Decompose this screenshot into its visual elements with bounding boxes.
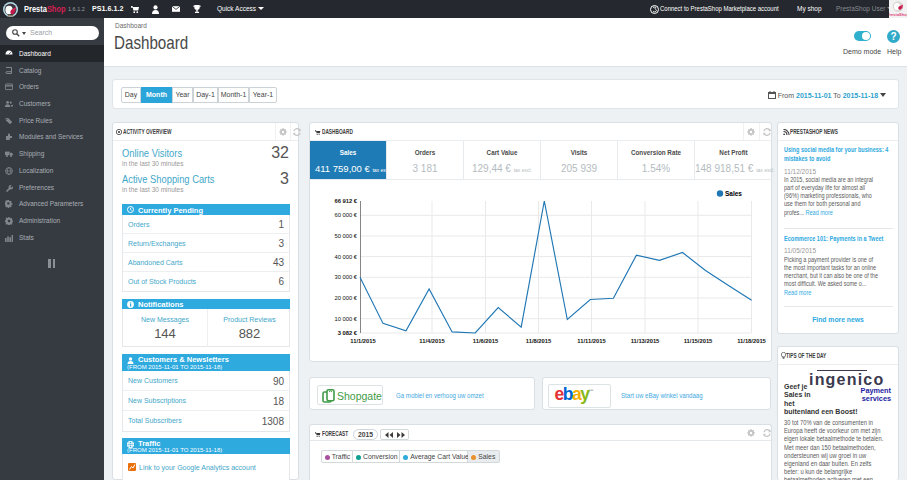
svg-text:11/18/2015: 11/18/2015 (737, 338, 766, 344)
svg-text:Sales: Sales (725, 190, 742, 197)
svg-text:11/15/2015: 11/15/2015 (684, 338, 713, 344)
svg-text:66 912 €: 66 912 € (334, 198, 357, 204)
svg-text:30 000 €: 30 000 € (334, 274, 357, 280)
svg-text:50 000 €: 50 000 € (334, 233, 357, 239)
svg-text:40 000 €: 40 000 € (334, 254, 357, 260)
svg-text:PrestaShop: PrestaShop (889, 12, 907, 17)
svg-text:11/6/2015: 11/6/2015 (473, 338, 499, 344)
svg-text:11/4/2015: 11/4/2015 (419, 338, 445, 344)
svg-text:11/8/2015: 11/8/2015 (526, 338, 552, 344)
svg-text:20 000 €: 20 000 € (334, 295, 357, 301)
svg-text:11/11/2015: 11/11/2015 (577, 338, 606, 344)
svg-text:3 082 €: 3 082 € (338, 330, 358, 336)
svg-text:11/13/2015: 11/13/2015 (631, 338, 660, 344)
svg-text:11/1/2015: 11/1/2015 (350, 338, 376, 344)
svg-text:60 000 €: 60 000 € (334, 212, 357, 218)
svg-text:10 000 €: 10 000 € (334, 316, 357, 322)
